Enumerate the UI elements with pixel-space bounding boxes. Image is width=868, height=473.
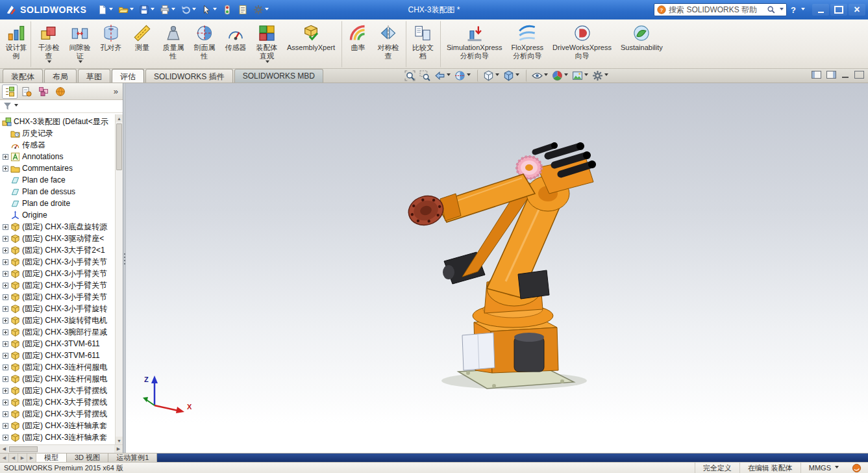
new-document-button[interactable] (95, 3, 115, 16)
tab-solidworks-addins[interactable]: SOLIDWORKS 插件 (145, 69, 233, 83)
tree-filter-bar[interactable] (0, 100, 123, 113)
simulationxpress-wizard-button[interactable]: SimulationXpress 分析向导 (440, 21, 507, 68)
open-document-button[interactable] (116, 3, 136, 16)
doc-minimize-button[interactable] (841, 71, 849, 79)
expand-toggle-icon[interactable] (3, 329, 8, 335)
right-plane[interactable]: Plan de droite (0, 198, 115, 209)
sensors-folder[interactable]: 传感器 (0, 139, 115, 151)
interference-check-button[interactable]: 干涉检 查 (33, 21, 64, 68)
compare-documents-button[interactable]: 比较文 档 (406, 21, 438, 68)
component[interactable]: (固定) CHX-3连杆伺服电 (0, 361, 115, 373)
component[interactable]: (固定) CHX-3大手臂摆线 (0, 385, 115, 396)
sensor-button[interactable]: 传感器 (220, 21, 251, 68)
tree-vertical-scrollbar[interactable] (115, 114, 123, 444)
select-tool-button[interactable] (199, 3, 219, 16)
expand-toggle-icon[interactable] (3, 353, 8, 359)
displaymanager-tab[interactable] (53, 84, 68, 99)
featuremanager-tree-tab[interactable] (2, 84, 18, 99)
expand-toggle-icon[interactable] (3, 318, 8, 324)
view-settings-button[interactable] (590, 70, 610, 82)
tab-scroll-first-button[interactable] (0, 454, 9, 462)
file-properties-button[interactable] (236, 3, 250, 16)
component[interactable]: (固定) CHX-3驱动臂座< (0, 233, 115, 244)
expand-toggle-icon[interactable] (3, 271, 8, 277)
expand-toggle-icon[interactable] (3, 341, 8, 347)
search-box[interactable]: 搜索 SOLIDWORKS 帮助 (654, 3, 787, 16)
zoom-to-area-button[interactable] (417, 70, 432, 82)
component[interactable]: (固定) CHX-3连杆轴承套 (0, 431, 115, 443)
annotations-folder[interactable]: Annotations (0, 151, 115, 162)
help-button[interactable]: ? (790, 5, 797, 15)
driveworksxpress-wizard-button[interactable]: DriveWorksXpress 向导 (548, 21, 616, 68)
units-dropdown[interactable]: MMGS (800, 463, 847, 473)
scroll-down-button[interactable] (116, 437, 123, 444)
tab-evaluate[interactable]: 评估 (112, 69, 144, 83)
expand-toggle-icon[interactable] (3, 423, 8, 429)
tab-sketch[interactable]: 草图 (78, 69, 110, 83)
hole-alignment-button[interactable]: 孔对齐 (95, 21, 127, 68)
solidworks-status-icon[interactable] (852, 463, 862, 473)
tree-root-item[interactable]: CHX-3装配图 (Défaut<显示 (0, 116, 115, 127)
expand-toggle-icon[interactable] (3, 224, 8, 230)
section-properties-button[interactable]: 剖面属 性 (189, 21, 220, 68)
tab-scroll-last-button[interactable] (27, 454, 36, 462)
rebuild-button[interactable] (220, 3, 234, 16)
scrollbar-thumb[interactable] (116, 123, 122, 170)
scroll-right-button[interactable] (114, 445, 123, 453)
search-icon[interactable] (767, 5, 776, 14)
expand-toggle-icon[interactable] (3, 294, 8, 300)
component[interactable]: (固定) CHX-3小手臂旋转 (0, 303, 115, 314)
graphics-viewport[interactable]: Z X (126, 83, 868, 453)
expand-toggle-icon[interactable] (3, 283, 8, 288)
hide-show-items-button[interactable] (526, 70, 550, 82)
top-plane[interactable]: Plan de dessus (0, 186, 115, 198)
curvature-button[interactable]: 曲率 (341, 21, 373, 68)
component[interactable]: (固定) CHX-3大手臂摆线 (0, 396, 115, 408)
assembly-xpert-button[interactable]: AssemblyXpert (282, 21, 340, 68)
expand-toggle-icon[interactable] (3, 236, 8, 242)
pane-right-icon[interactable] (826, 71, 836, 79)
sustainability-button[interactable]: Sustainability (616, 21, 667, 68)
options-button[interactable] (251, 3, 271, 16)
model-tab[interactable]: 模型 (36, 454, 67, 462)
propertymanager-tab[interactable] (19, 84, 34, 99)
component[interactable]: (固定) CHX-3腕部行星减 (0, 326, 115, 338)
previous-view-button[interactable] (432, 70, 453, 82)
tab-scroll-next-button[interactable] (18, 454, 27, 462)
expand-toggle-icon[interactable] (3, 248, 8, 253)
scrollbar-thumb[interactable] (9, 446, 38, 452)
scroll-left-button[interactable] (0, 445, 8, 453)
component[interactable]: (固定) CHX-3底盘旋转源 (0, 221, 115, 233)
component[interactable]: (固定) CHX-3旋转臂电机 (0, 314, 115, 326)
tab-assembly[interactable]: 装配体 (3, 69, 43, 83)
scroll-up-button[interactable] (116, 114, 123, 122)
zoom-to-fit-button[interactable] (403, 70, 417, 82)
view-orientation-button[interactable] (477, 70, 501, 82)
3d-views-tab[interactable]: 3D 视图 (67, 454, 108, 462)
minimize-button[interactable] (812, 4, 829, 16)
component[interactable]: (固定) CHX-3TVM-611 (0, 338, 115, 350)
configurationmanager-tab[interactable] (36, 84, 51, 99)
expand-toggle-icon[interactable] (3, 166, 8, 172)
history-folder[interactable]: 历史记录 (0, 127, 115, 139)
component[interactable]: (固定) CHX-3TVM-611 (0, 350, 115, 361)
measure-button[interactable]: 测量 (127, 21, 158, 68)
motion-study-tab[interactable]: 运动算例1 (108, 454, 157, 462)
floxpress-wizard-button[interactable]: FloXpress 分析向导 (507, 21, 549, 68)
component[interactable]: (固定) CHX-3小手臂关节 (0, 279, 115, 291)
symmetry-check-button[interactable]: 对称检 查 (373, 21, 404, 68)
component[interactable]: (固定) CHX-3小手臂关节 (0, 268, 115, 279)
clearance-verification-button[interactable]: 间隙验 证 (64, 21, 95, 68)
tree-horizontal-scrollbar[interactable] (0, 444, 123, 453)
component[interactable]: (固定) CHX-3小手臂关节 (0, 291, 115, 303)
component[interactable]: (固定) CHX-3大手臂摆线 (0, 408, 115, 420)
front-plane[interactable]: Plan de face (0, 174, 115, 186)
component[interactable]: (固定) CHX-3连杆伺服电 (0, 373, 115, 385)
component[interactable]: (固定) CHX-3大手臂2<1 (0, 244, 115, 256)
close-button[interactable] (849, 4, 865, 16)
expand-toggle-icon[interactable] (3, 435, 8, 441)
edit-appearance-button[interactable] (550, 70, 570, 82)
component[interactable]: (固定) CHX-3连杆轴承套 (0, 420, 115, 431)
tab-scroll-prev-button[interactable] (9, 454, 18, 462)
expand-toggle-icon[interactable] (3, 154, 8, 160)
